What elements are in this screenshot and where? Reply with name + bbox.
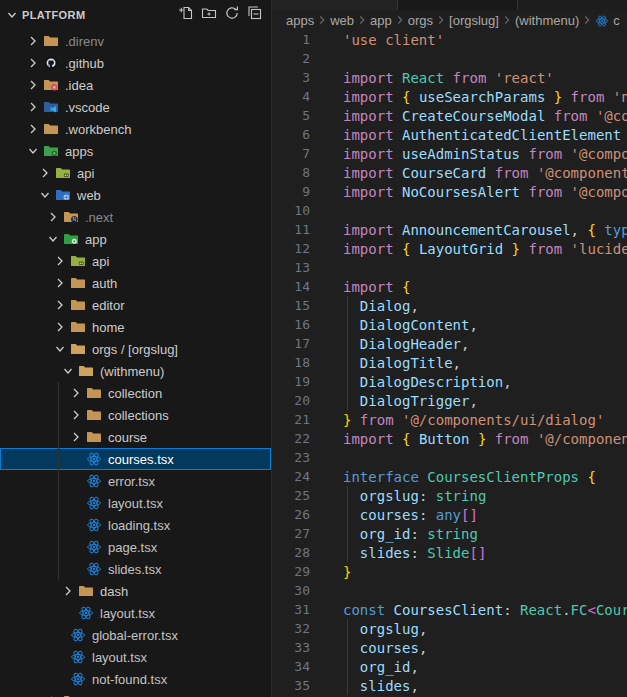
breadcrumb-item-file[interactable]: c xyxy=(595,13,620,28)
chevron-right-icon[interactable] xyxy=(52,275,70,291)
code-line-15[interactable]: 15 Dialog, xyxy=(272,296,627,315)
tree-item-next[interactable]: N.next xyxy=(0,206,271,228)
chevron-right-icon[interactable] xyxy=(68,385,86,401)
code-line-34[interactable]: 34 org_id, xyxy=(272,657,627,676)
code-line-27[interactable]: 27 org_id: string xyxy=(272,524,627,543)
code-line-24[interactable]: 24interface CoursesClientProps { xyxy=(272,467,627,486)
code-line-25[interactable]: 25 orgslug: string xyxy=(272,486,627,505)
chevron-right-icon[interactable] xyxy=(60,583,78,599)
code-line-7[interactable]: 7import useAdminStatus from '@compo xyxy=(272,144,627,163)
tree-item-dash[interactable]: dash xyxy=(0,580,271,602)
tree-item-auth[interactable]: auth xyxy=(0,272,271,294)
chevron-down-icon[interactable] xyxy=(25,143,43,159)
breadcrumb-item-apps[interactable]: apps xyxy=(286,13,314,28)
chevron-right-icon[interactable] xyxy=(25,55,43,71)
breadcrumb-item-withmenu[interactable]: (withmenu) xyxy=(515,13,579,28)
code-line-13[interactable]: 13 xyxy=(272,258,627,277)
code-area[interactable]: 1'use client'23import React from 'react'… xyxy=(272,30,627,695)
code-line-18[interactable]: 18 DialogTitle, xyxy=(272,353,627,372)
code-line-35[interactable]: 35 slides, xyxy=(272,676,627,695)
tree-item-apps[interactable]: apps xyxy=(0,140,271,162)
tree-item-loading-tsx[interactable]: loading.tsx xyxy=(0,514,271,536)
tree-item-error-tsx[interactable]: error.tsx xyxy=(0,470,271,492)
code-line-5[interactable]: 5import CreateCourseModal from '@co xyxy=(272,106,627,125)
code-line-2[interactable]: 2 xyxy=(272,49,627,68)
tree-item-github[interactable]: .github xyxy=(0,52,271,74)
breadcrumb-item-app[interactable]: app xyxy=(370,13,392,28)
code-line-21[interactable]: 21} from '@/components/ui/dialog' xyxy=(272,410,627,429)
code-line-10[interactable]: 10 xyxy=(272,201,627,220)
chevron-right-icon[interactable] xyxy=(25,121,43,137)
code-line-11[interactable]: 11import AnnouncementCarousel, { typ xyxy=(272,220,627,239)
tree-item-slides-tsx[interactable]: slides.tsx xyxy=(0,558,271,580)
tree-item-courses-tsx[interactable]: courses.tsx xyxy=(0,448,271,470)
chevron-right-icon[interactable] xyxy=(45,693,63,697)
chevron-right-icon[interactable] xyxy=(52,297,70,313)
tree-item-layout-tsx[interactable]: layout.tsx xyxy=(0,492,271,514)
chevron-right-icon[interactable] xyxy=(52,319,70,335)
chevron-right-icon[interactable] xyxy=(68,429,86,445)
code-line-32[interactable]: 32 orgslug, xyxy=(272,619,627,638)
tree-item-course[interactable]: course xyxy=(0,426,271,448)
code-line-33[interactable]: 33 courses, xyxy=(272,638,627,657)
tree-item-workbench[interactable]: .workbench xyxy=(0,118,271,140)
chevron-down-icon[interactable] xyxy=(45,231,63,247)
code-line-1[interactable]: 1'use client' xyxy=(272,30,627,49)
tree-item-not-found-tsx[interactable]: not-found.tsx xyxy=(0,668,271,690)
tree-item-web[interactable]: web xyxy=(0,184,271,206)
tree-item-layout-tsx[interactable]: layout.tsx xyxy=(0,602,271,624)
tree-item-editor[interactable]: editor xyxy=(0,294,271,316)
code-line-16[interactable]: 16 DialogContent, xyxy=(272,315,627,334)
chevron-down-icon[interactable] xyxy=(60,363,78,379)
breadcrumb-item-web[interactable]: web xyxy=(330,13,354,28)
tree-item-layout-tsx[interactable]: layout.tsx xyxy=(0,646,271,668)
new-file-button[interactable] xyxy=(176,5,196,25)
code-line-17[interactable]: 17 DialogHeader, xyxy=(272,334,627,353)
code-line-6[interactable]: 6import AuthenticatedClientElement xyxy=(272,125,627,144)
chevron-right-icon[interactable] xyxy=(68,407,86,423)
tree-item-global-error-tsx[interactable]: global-error.tsx xyxy=(0,624,271,646)
code-line-9[interactable]: 9import NoCoursesAlert from '@compo xyxy=(272,182,627,201)
code-line-4[interactable]: 4import { useSearchParams } from 'n xyxy=(272,87,627,106)
code-line-31[interactable]: 31const CoursesClient: React.FC<Cour xyxy=(272,600,627,619)
code-line-14[interactable]: 14import { xyxy=(272,277,627,296)
tree-item-page-tsx[interactable]: page.tsx xyxy=(0,536,271,558)
tree-item-idea[interactable]: .idea xyxy=(0,74,271,96)
tree-item-collection[interactable]: collection xyxy=(0,382,271,404)
code-line-22[interactable]: 22import { Button } from '@/componen xyxy=(272,429,627,448)
explorer-section-header[interactable]: PLATFORM xyxy=(0,0,271,30)
code-line-19[interactable]: 19 DialogDescription, xyxy=(272,372,627,391)
chevron-down-icon[interactable] xyxy=(37,187,55,203)
chevron-right-icon[interactable] xyxy=(25,77,43,93)
tree-item-vscode[interactable]: .vscode xyxy=(0,96,271,118)
chevron-down-icon[interactable] xyxy=(52,341,70,357)
collapse-folders-button[interactable] xyxy=(245,5,265,25)
chevron-right-icon[interactable] xyxy=(25,99,43,115)
code-line-20[interactable]: 20 DialogTrigger, xyxy=(272,391,627,410)
tree-item-orgs-orgslug[interactable]: orgs / [orgslug] xyxy=(0,338,271,360)
tree-item-direnv[interactable]: .direnv xyxy=(0,30,271,52)
code-line-12[interactable]: 12import { LayoutGrid } from 'lucide xyxy=(272,239,627,258)
breadcrumb-item-orgslug[interactable]: [orgslug] xyxy=(449,13,499,28)
tree-item-api[interactable]: api xyxy=(0,250,271,272)
chevron-right-icon[interactable] xyxy=(37,165,55,181)
code-line-3[interactable]: 3import React from 'react' xyxy=(272,68,627,87)
tree-item-collections[interactable]: collections xyxy=(0,404,271,426)
tree-item-partial[interactable] xyxy=(0,690,271,697)
chevron-right-icon[interactable] xyxy=(52,253,70,269)
refresh-explorer-button[interactable] xyxy=(222,5,242,25)
tree-item-withmenu[interactable]: (withmenu) xyxy=(0,360,271,382)
tree-item-app[interactable]: app xyxy=(0,228,271,250)
new-folder-button[interactable] xyxy=(199,5,219,25)
code-line-26[interactable]: 26 courses: any[] xyxy=(272,505,627,524)
chevron-right-icon[interactable] xyxy=(45,209,63,225)
code-line-28[interactable]: 28 slides: Slide[] xyxy=(272,543,627,562)
breadcrumb-item-orgs[interactable]: orgs xyxy=(408,13,433,28)
code-line-29[interactable]: 29} xyxy=(272,562,627,581)
editor-pane[interactable]: appswebapporgs[orgslug](withmenu)c 1'use… xyxy=(272,0,627,697)
code-line-30[interactable]: 30 xyxy=(272,581,627,600)
chevron-right-icon[interactable] xyxy=(25,33,43,49)
tree-item-api[interactable]: api xyxy=(0,162,271,184)
tree-item-home[interactable]: home xyxy=(0,316,271,338)
code-line-8[interactable]: 8import CourseCard from '@component xyxy=(272,163,627,182)
